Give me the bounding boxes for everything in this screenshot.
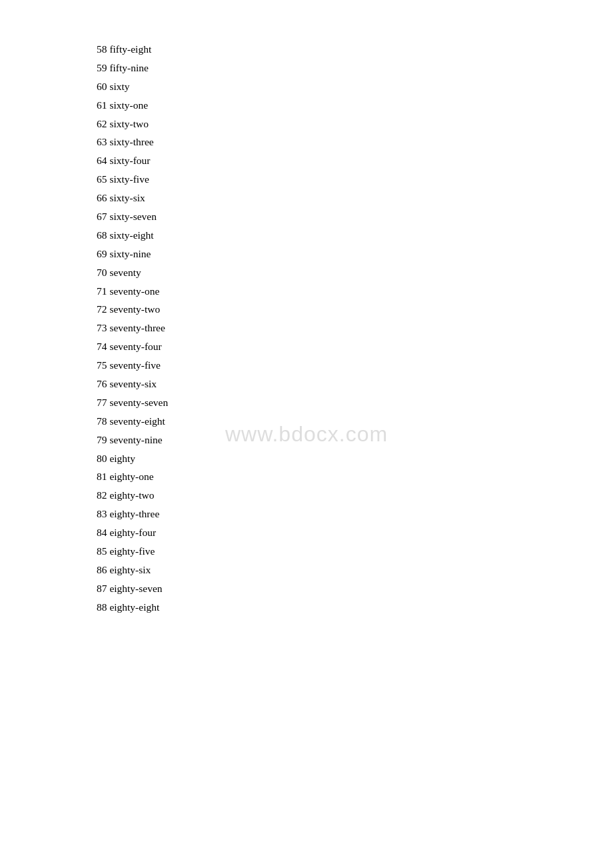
list-item: 88 eighty-eight: [97, 598, 613, 617]
list-item: 64 sixty-four: [97, 151, 613, 170]
list-item: 58 fifty-eight: [97, 40, 613, 59]
list-item: 80 eighty: [97, 449, 613, 468]
list-item: 84 eighty-four: [97, 523, 613, 542]
list-item: 69 sixty-nine: [97, 245, 613, 263]
list-item: 62 sixty-two: [97, 115, 613, 133]
list-item: 66 sixty-six: [97, 189, 613, 207]
list-item: 72 seventy-two: [97, 300, 613, 319]
list-item: 81 eighty-one: [97, 467, 613, 486]
list-item: 76 seventy-six: [97, 375, 613, 393]
list-item: 67 sixty-seven: [97, 207, 613, 226]
list-item: 85 eighty-five: [97, 542, 613, 561]
list-item: 78 seventy-eight: [97, 412, 613, 431]
list-item: 60 sixty: [97, 77, 613, 96]
list-item: 61 sixty-one: [97, 96, 613, 115]
list-item: 65 sixty-five: [97, 170, 613, 189]
list-item: 68 sixty-eight: [97, 226, 613, 245]
list-item: 87 eighty-seven: [97, 579, 613, 598]
list-item: 79 seventy-nine: [97, 431, 613, 449]
list-item: 71 seventy-one: [97, 282, 613, 301]
list-item: 75 seventy-five: [97, 356, 613, 375]
list-item: 59 fifty-nine: [97, 59, 613, 77]
list-item: 82 eighty-two: [97, 486, 613, 505]
list-item: 63 sixty-three: [97, 133, 613, 151]
list-item: 73 seventy-three: [97, 319, 613, 337]
list-item: 83 eighty-three: [97, 505, 613, 523]
list-item: 77 seventy-seven: [97, 393, 613, 412]
list-item: 86 eighty-six: [97, 561, 613, 579]
list-item: 74 seventy-four: [97, 337, 613, 356]
list-item: 70 seventy: [97, 263, 613, 282]
number-list: 58 fifty-eight59 fifty-nine60 sixty61 si…: [0, 0, 613, 657]
